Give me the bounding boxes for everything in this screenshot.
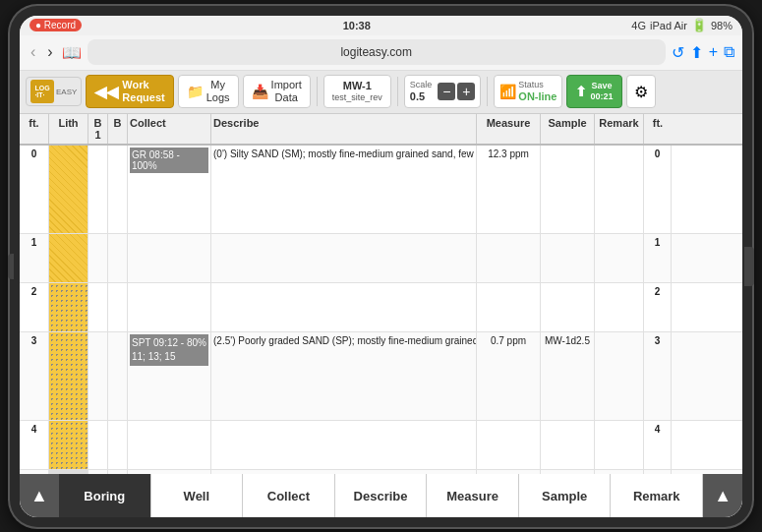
url-bar[interactable]: logiteasy.com	[88, 39, 666, 65]
cell-describe-1[interactable]	[211, 234, 477, 282]
cell-sample-4[interactable]	[541, 421, 595, 469]
home-button[interactable]	[744, 247, 754, 286]
cell-describe-5[interactable]	[211, 470, 477, 474]
cell-collect-1[interactable]	[128, 234, 211, 282]
bookmarks-button[interactable]: 📖	[62, 43, 82, 62]
table-row[interactable]: 0 GR 08:58 - 100% (0') Silty SAND (SM); …	[20, 146, 742, 234]
cell-collect-2[interactable]	[128, 283, 211, 331]
tab-collect[interactable]: Collect	[243, 474, 335, 517]
save-button[interactable]: ⬆ Save 00:21	[566, 75, 621, 108]
cell-collect-5[interactable]	[128, 470, 211, 474]
scale-control: Scale 0.5 − +	[404, 75, 482, 108]
mw1-button[interactable]: MW-1 test_site_rev	[323, 75, 391, 108]
cell-b1-5	[88, 470, 108, 474]
table-row[interactable]: 3 SPT 09:12 - 80%11; 13; 15 (2.5') Poorl…	[20, 332, 742, 421]
main-content: ft. Lith B 1 B Collect Describe Measure …	[20, 114, 742, 474]
back-button[interactable]: ‹	[28, 43, 38, 61]
cell-b-1	[108, 234, 128, 282]
logo-text: EASY	[56, 88, 77, 96]
cell-ft-right-2: 2	[644, 283, 672, 331]
cell-ft-3: 3	[20, 332, 49, 420]
header-lith: Lith	[49, 114, 88, 144]
tabs-right-arrow[interactable]: ▲	[703, 474, 742, 517]
cell-collect-0[interactable]: GR 08:58 - 100%	[128, 146, 211, 233]
work-request-button[interactable]: ◀◀ WorkRequest	[86, 75, 173, 108]
app-toolbar: LOG·IT· EASY ◀◀ WorkRequest 📁 MyLogs 📥 I…	[20, 71, 742, 114]
my-logs-label: MyLogs	[206, 79, 230, 104]
tabs-button[interactable]: ⧉	[724, 43, 734, 61]
header-describe: Describe	[211, 114, 477, 144]
cell-describe-2[interactable]	[211, 283, 477, 331]
cell-remark-1[interactable]	[595, 234, 644, 282]
header-ft: ft.	[20, 114, 49, 144]
cell-ft-1: 1	[20, 234, 49, 282]
tab-measure[interactable]: Measure	[427, 474, 519, 517]
cell-remark-2[interactable]	[595, 283, 644, 331]
header-collect: Collect	[128, 114, 211, 144]
cell-sample-2[interactable]	[541, 283, 595, 331]
battery-pct: 98%	[711, 20, 733, 31]
cell-remark-3[interactable]	[595, 332, 644, 420]
tab-well[interactable]: Well	[151, 474, 244, 517]
table-row[interactable]: 4 4	[20, 421, 742, 470]
scale-minus-button[interactable]: −	[438, 83, 455, 100]
cell-b1-0	[88, 146, 108, 233]
collect-text-0: GR 08:58 - 100%	[130, 148, 208, 173]
log-table: ft. Lith B 1 B Collect Describe Measure …	[20, 114, 742, 474]
cell-measure-4[interactable]	[477, 421, 541, 469]
add-tab-button[interactable]: +	[709, 43, 718, 61]
tab-sample[interactable]: Sample	[519, 474, 612, 517]
cell-measure-1[interactable]	[477, 234, 541, 282]
forward-button[interactable]: ›	[44, 43, 55, 61]
status-online-control[interactable]: 📶 Status ON-line	[494, 75, 562, 108]
table-row[interactable]: 5 5	[20, 470, 742, 474]
share-button[interactable]: ⬆	[690, 43, 703, 62]
tabs-left-arrow[interactable]: ▲	[20, 474, 59, 517]
import-icon: 📥	[252, 84, 268, 99]
cell-sample-3[interactable]: MW-1d2.5	[541, 332, 595, 420]
logo-button[interactable]: LOG·IT· EASY	[26, 77, 82, 106]
back-arrow-icon: ◀◀	[94, 83, 118, 101]
cell-remark-4[interactable]	[595, 421, 644, 469]
cell-lith-2	[49, 283, 88, 331]
status-value: ON-line	[518, 90, 557, 103]
cell-collect-4[interactable]	[128, 421, 211, 469]
cell-sample-5[interactable]	[541, 470, 595, 474]
cell-measure-3[interactable]: 0.7 ppm	[477, 332, 541, 420]
cell-measure-2[interactable]	[477, 283, 541, 331]
header-measure: Measure	[477, 114, 541, 144]
cell-sample-0[interactable]	[541, 146, 595, 233]
header-sample: Sample	[541, 114, 595, 144]
scale-plus-button[interactable]: +	[457, 83, 475, 100]
bottom-tabs: ▲ Boring Well Collect Describe Measure S…	[20, 474, 742, 517]
cell-b-0	[108, 146, 128, 233]
cell-remark-0[interactable]	[595, 146, 644, 233]
table-row[interactable]: 2 2	[20, 283, 742, 332]
cell-describe-3[interactable]: (2.5') Poorly graded SAND (SP); mostly f…	[211, 332, 477, 420]
cell-describe-0[interactable]: (0') Silty SAND (SM); mostly fine-medium…	[211, 146, 477, 233]
settings-button[interactable]: ⚙	[626, 75, 656, 108]
import-data-button[interactable]: 📥 ImportData	[243, 75, 311, 108]
status-time: 10:38	[343, 20, 371, 31]
table-row[interactable]: 1 1	[20, 234, 742, 283]
cell-b1-1	[88, 234, 108, 282]
cell-measure-5[interactable]	[477, 470, 541, 474]
cell-sample-1[interactable]	[541, 234, 595, 282]
save-upload-icon: ⬆	[575, 84, 587, 99]
cell-b1-3	[88, 332, 108, 420]
site-rev-label: test_site_rev	[332, 92, 382, 103]
ipad-screen: ● Record 10:38 4G iPad Air 🔋 98% ‹ › 📖 l…	[20, 16, 742, 517]
cell-describe-4[interactable]	[211, 421, 477, 469]
tab-remark[interactable]: Remark	[611, 474, 703, 517]
refresh-button[interactable]: ↺	[672, 43, 684, 62]
cell-lith-1	[49, 234, 88, 282]
cell-ft-right-5: 5	[644, 470, 672, 474]
cell-ft-4: 4	[20, 421, 49, 469]
cell-remark-5[interactable]	[595, 470, 644, 474]
tab-boring[interactable]: Boring	[59, 474, 151, 517]
tab-describe[interactable]: Describe	[335, 474, 428, 517]
my-logs-button[interactable]: 📁 MyLogs	[178, 75, 239, 108]
cell-collect-3[interactable]: SPT 09:12 - 80%11; 13; 15	[128, 332, 211, 420]
cell-measure-0[interactable]: 12.3 ppm	[477, 146, 541, 233]
collect-text-3: SPT 09:12 - 80%11; 13; 15	[130, 334, 208, 366]
